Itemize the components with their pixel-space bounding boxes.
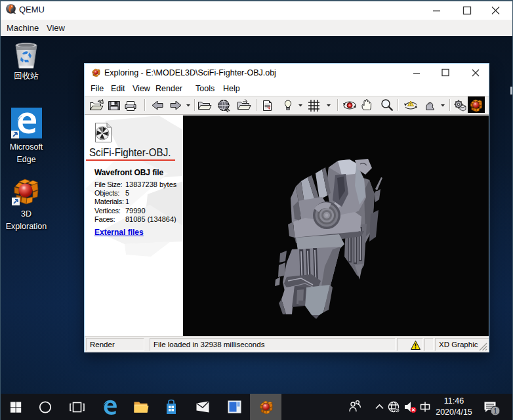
- svg-text:1: 1: [493, 408, 497, 415]
